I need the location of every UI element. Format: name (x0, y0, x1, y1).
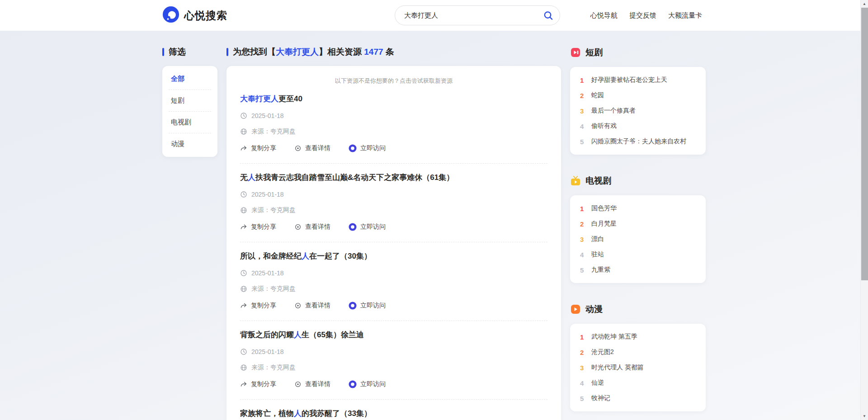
rank-section-title: 短剧 (585, 47, 603, 58)
tv-icon (570, 175, 581, 186)
view-detail-button[interactable]: 查看详情 (294, 302, 330, 310)
content: 筛选 全部短剧电视剧动漫 为您找到【大奉打更人】相关资源 1477 条 以下资源… (162, 47, 706, 420)
accent-bar (226, 48, 228, 56)
scrollbar[interactable]: ▲ ▼ (860, 0, 868, 420)
share-icon (240, 381, 247, 388)
nav-link-3[interactable]: 大额流量卡 (668, 11, 702, 20)
scroll-down-arrow[interactable]: ▼ (861, 412, 868, 420)
rank-label: 驻站 (591, 250, 604, 259)
rank-header: 动漫 (570, 304, 706, 315)
copy-share-button[interactable]: 复制分享 (240, 302, 276, 310)
copy-share-button[interactable]: 复制分享 (240, 380, 276, 388)
rank-number: 4 (580, 251, 585, 259)
result-item: 背叛之后的闪耀人生（65集）徐兰迪 2025-01-18 来源：夸克网盘 复制分… (240, 321, 547, 400)
visit-now-button[interactable]: 立即访问 (349, 223, 386, 231)
result-source: 来源：夸克网盘 (240, 285, 547, 293)
filter-item-1[interactable]: 全部 (169, 68, 211, 90)
results-section-title: 为您找到【大奉打更人】相关资源 1477 条 (226, 47, 561, 57)
rank-number: 2 (580, 220, 585, 228)
clock-icon (240, 269, 247, 277)
rank-item[interactable]: 3 漂白 (570, 231, 706, 247)
result-item: 所以，和金牌经纪人在一起了（30集） 2025-01-18 来源：夸克网盘 复制… (240, 242, 547, 321)
rank-number: 1 (580, 76, 585, 84)
rank-header: 电视剧 (570, 175, 706, 186)
rank-item[interactable]: 1 好孕甜妻被钻石老公宠上天 (570, 72, 706, 88)
globe-icon (240, 285, 247, 293)
logo-text: 心悦搜索 (184, 9, 227, 23)
rank-section: 电视剧 1 国色芳华 2 白月梵星 3 漂白 4 驻站 5 九重紫 (570, 175, 706, 283)
search-input[interactable] (395, 5, 560, 25)
results-count: 1477 (364, 47, 383, 57)
refresh-hint[interactable]: 以下资源不是你想要的？点击尝试获取新资源 (240, 76, 547, 85)
rank-card: 1 国色芳华 2 白月梵星 3 漂白 4 驻站 5 九重紫 (570, 195, 706, 283)
rank-label: 漂白 (591, 235, 604, 243)
rank-item[interactable]: 3 最后一个修真者 (570, 103, 706, 118)
rank-item[interactable]: 4 驻站 (570, 247, 706, 262)
scroll-up-arrow[interactable]: ▲ (861, 0, 868, 8)
filter-item-3[interactable]: 电视剧 (169, 112, 211, 133)
result-actions: 复制分享 查看详情 立即访问 (240, 144, 547, 152)
visit-now-button[interactable]: 立即访问 (349, 380, 386, 388)
rank-section-title: 电视剧 (585, 175, 611, 187)
result-item: 家族将亡，植物人的我苏醒了（33集） 2025-01-18 来源：夸克网盘 复制… (240, 400, 547, 420)
rank-number: 3 (580, 236, 585, 243)
copy-share-button[interactable]: 复制分享 (240, 144, 276, 152)
result-title[interactable]: 家族将亡，植物人的我苏醒了（33集） (240, 409, 547, 419)
view-detail-button[interactable]: 查看详情 (294, 380, 330, 388)
share-icon (240, 223, 247, 231)
logo[interactable]: 心悦搜索 (162, 6, 227, 25)
result-actions: 复制分享 查看详情 立即访问 (240, 380, 547, 388)
rank-number: 1 (580, 205, 585, 212)
result-actions: 复制分享 查看详情 立即访问 (240, 223, 547, 231)
rank-label: 蛇园 (591, 91, 604, 99)
results-column: 为您找到【大奉打更人】相关资源 1477 条 以下资源不是你想要的？点击尝试获取… (226, 47, 561, 420)
rank-card: 1 好孕甜妻被钻石老公宠上天 2 蛇园 3 最后一个修真者 4 偷听有戏 5 闪… (570, 67, 706, 155)
rank-item[interactable]: 5 闪婚京圈太子爷：夫人她来自农村 (570, 134, 706, 149)
nav-link-1[interactable]: 心悦导航 (590, 11, 618, 20)
rank-item[interactable]: 1 武动乾坤 第五季 (570, 329, 706, 344)
rank-item[interactable]: 4 偷听有戏 (570, 118, 706, 134)
visit-now-button[interactable]: 立即访问 (349, 144, 386, 152)
rank-item[interactable]: 3 时光代理人 英都篇 (570, 360, 706, 375)
nav-link-2[interactable]: 提交反馈 (629, 11, 656, 20)
rank-item[interactable]: 5 牧神记 (570, 391, 706, 406)
globe-icon (240, 128, 247, 135)
filter-item-4[interactable]: 动漫 (169, 133, 211, 155)
view-detail-button[interactable]: 查看详情 (294, 223, 330, 231)
accent-bar (162, 48, 164, 56)
results-keyword: 大奉打更人 (276, 47, 319, 57)
result-source: 来源：夸克网盘 (240, 127, 547, 136)
rank-header: 短剧 (570, 47, 706, 58)
result-title[interactable]: 所以，和金牌经纪人在一起了（30集） (240, 251, 547, 261)
quark-logo-icon (162, 6, 179, 25)
rank-section: 短剧 1 好孕甜妻被钻石老公宠上天 2 蛇园 3 最后一个修真者 4 偷听有戏 … (570, 47, 706, 155)
search-bar (395, 5, 560, 25)
results-list: 大奉打更人更至40 2025-01-18 来源：夸克网盘 复制分享 查看详情 立… (240, 85, 547, 420)
rank-label: 国色芳华 (591, 204, 617, 212)
result-title[interactable]: 背叛之后的闪耀人生（65集）徐兰迪 (240, 330, 547, 340)
rank-item[interactable]: 1 国色芳华 (570, 201, 706, 216)
rank-item[interactable]: 5 九重紫 (570, 262, 706, 278)
globe-icon (240, 207, 247, 214)
share-icon (240, 145, 247, 152)
scrollbar-thumb[interactable] (861, 8, 868, 280)
result-source: 来源：夸克网盘 (240, 363, 547, 372)
rank-card: 1 武动乾坤 第五季 2 沧元图2 3 时光代理人 英都篇 4 仙逆 5 牧神记 (570, 324, 706, 411)
rank-item[interactable]: 2 沧元图2 (570, 344, 706, 360)
rank-item[interactable]: 2 白月梵星 (570, 216, 706, 231)
quark-icon (349, 380, 357, 388)
copy-share-button[interactable]: 复制分享 (240, 223, 276, 231)
rank-number: 4 (580, 123, 585, 130)
rank-item[interactable]: 4 仙逆 (570, 375, 706, 391)
rank-section-title: 动漫 (585, 303, 603, 315)
result-title[interactable]: 大奉打更人更至40 (240, 94, 547, 104)
result-title[interactable]: 无人扶我青云志我自踏雪至山巅&名动天下之家事难休（61集） (240, 173, 547, 183)
rank-item[interactable]: 2 蛇园 (570, 88, 706, 103)
visit-now-button[interactable]: 立即访问 (349, 302, 386, 310)
rank-label: 好孕甜妻被钻石老公宠上天 (591, 76, 667, 84)
search-button[interactable] (543, 10, 553, 21)
filter-item-2[interactable]: 短剧 (169, 90, 211, 112)
rank-number: 2 (580, 92, 585, 99)
search-icon (543, 10, 553, 21)
view-detail-button[interactable]: 查看详情 (294, 144, 330, 152)
